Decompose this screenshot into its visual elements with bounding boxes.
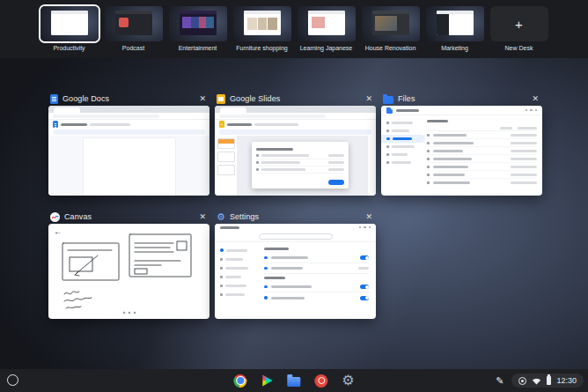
window-card-settings[interactable]: ⚙ Settings ✕ <box>215 210 376 319</box>
slide-canvas <box>238 136 367 196</box>
file-row <box>427 139 537 147</box>
stylus-icon[interactable]: ✎ <box>496 375 503 387</box>
desk-item-entertainment[interactable]: Entertainment <box>169 6 227 52</box>
desk-thumbnail[interactable] <box>40 6 99 41</box>
wifi-icon <box>532 377 541 385</box>
screen-capture-icon <box>518 377 526 385</box>
window-header: ⚙ Settings ✕ <box>215 210 376 224</box>
file-row <box>427 155 537 163</box>
window-controls <box>359 226 371 229</box>
new-desk-label: New Desk <box>490 45 548 52</box>
desk-item-marketing[interactable]: Marketing <box>426 6 484 52</box>
slide-filmstrip <box>215 136 238 196</box>
files-mini-icon <box>386 109 393 114</box>
desk-item-productivity[interactable]: Productivity <box>40 6 99 52</box>
settings-search-row <box>215 231 376 241</box>
settings-gear-icon: ⚙ <box>217 212 225 222</box>
browser-urlbar <box>48 113 209 120</box>
settings-sidebar <box>215 242 257 319</box>
red-app-icon[interactable] <box>314 374 327 388</box>
desk-thumbnail[interactable] <box>169 6 227 41</box>
files-sidebar-selected-item <box>381 135 425 143</box>
slides-title-row <box>215 120 376 129</box>
desk-thumbnail[interactable] <box>426 6 484 41</box>
shelf-app-icons: ⚙ <box>233 369 354 392</box>
files-sidebar <box>381 115 425 196</box>
back-arrow-icon: ← <box>54 226 62 236</box>
window-card-files[interactable]: Files ✕ <box>381 92 542 196</box>
slides-toolbar <box>215 129 376 136</box>
file-row <box>427 171 537 179</box>
desk-item-house-renovation[interactable]: House Renovation <box>362 6 420 52</box>
settings-row <box>264 282 369 292</box>
desk-label: Podcast <box>105 45 163 52</box>
files-header-actions <box>526 109 538 112</box>
window-preview-google-slides[interactable] <box>215 106 376 196</box>
desk-thumbnail[interactable] <box>233 6 291 41</box>
window-preview-files[interactable] <box>381 106 542 196</box>
battery-icon <box>547 376 551 385</box>
close-window-button[interactable]: ✕ <box>197 94 208 104</box>
file-row <box>427 179 537 187</box>
dialog-box <box>252 142 349 189</box>
google-slides-icon <box>217 94 225 104</box>
desk-item-podcast[interactable]: Podcast <box>105 6 163 52</box>
dialog-button <box>328 180 344 185</box>
window-card-canvas[interactable]: Canvas ✕ ← <box>48 210 209 319</box>
desk-item-learning-japanese[interactable]: Learning Japanese <box>298 6 356 52</box>
system-tray[interactable]: 12:30 <box>511 374 584 388</box>
file-row <box>427 147 537 155</box>
window-header: Google Docs ✕ <box>48 92 209 106</box>
files-header <box>381 106 542 115</box>
canvas-icon <box>50 212 60 222</box>
desk-mini-window <box>437 11 474 35</box>
desk-mini-window <box>244 11 281 35</box>
toggle-on <box>360 296 369 300</box>
slides-side-panel <box>367 136 376 196</box>
docs-title-row <box>48 120 209 129</box>
window-header: Files ✕ <box>381 92 542 106</box>
docs-mini-icon <box>53 121 58 128</box>
play-store-icon[interactable] <box>261 374 273 387</box>
browser-urlbar <box>215 113 376 120</box>
browser-tabstrip <box>215 106 376 113</box>
desk-bar: Productivity Podcast Entertainment Furni… <box>0 0 588 58</box>
file-row <box>427 131 537 139</box>
overview-wallpaper[interactable]: Google Docs ✕ Google Slides <box>0 58 588 369</box>
window-preview-settings[interactable] <box>215 224 376 319</box>
close-window-button[interactable]: ✕ <box>530 94 540 104</box>
new-desk-button[interactable]: + New Desk <box>490 6 548 52</box>
close-window-button[interactable]: ✕ <box>197 212 208 222</box>
close-window-button[interactable]: ✕ <box>364 212 374 222</box>
settings-app-icon[interactable]: ⚙ <box>342 374 354 388</box>
window-header: Canvas ✕ <box>48 210 209 224</box>
window-preview-canvas[interactable]: ← <box>48 224 209 319</box>
desk-thumbnail[interactable] <box>298 6 356 41</box>
plus-icon: + <box>515 18 523 31</box>
window-header: Google Slides ✕ <box>215 92 376 106</box>
desk-thumbnail[interactable] <box>105 6 163 41</box>
desk-mini-window <box>372 11 409 35</box>
close-window-button[interactable]: ✕ <box>364 94 374 104</box>
chrome-icon[interactable] <box>233 374 246 388</box>
settings-titlebar <box>215 224 376 231</box>
desk-item-furniture-shopping[interactable]: Furniture shopping <box>233 6 291 52</box>
settings-search-field <box>259 233 333 240</box>
files-folder-icon <box>383 96 393 104</box>
desk-thumbnail[interactable] <box>362 6 420 41</box>
new-desk-tile[interactable]: + <box>490 6 548 41</box>
docs-canvas <box>48 136 209 196</box>
chromeos-overview-screen: Productivity Podcast Entertainment Furni… <box>0 0 588 392</box>
files-app-icon[interactable] <box>287 377 300 387</box>
desk-label: Entertainment <box>169 45 227 52</box>
file-row <box>427 163 537 171</box>
docs-toolbar <box>48 129 209 136</box>
window-card-google-slides[interactable]: Google Slides ✕ <box>215 92 376 196</box>
desk-label: Furniture shopping <box>233 45 291 52</box>
settings-row <box>264 292 369 303</box>
slides-mini-icon <box>219 121 224 128</box>
window-card-google-docs[interactable]: Google Docs ✕ <box>48 92 209 196</box>
window-preview-google-docs[interactable] <box>48 106 209 196</box>
launcher-button[interactable] <box>7 374 18 386</box>
canvas-sketch <box>48 224 209 319</box>
